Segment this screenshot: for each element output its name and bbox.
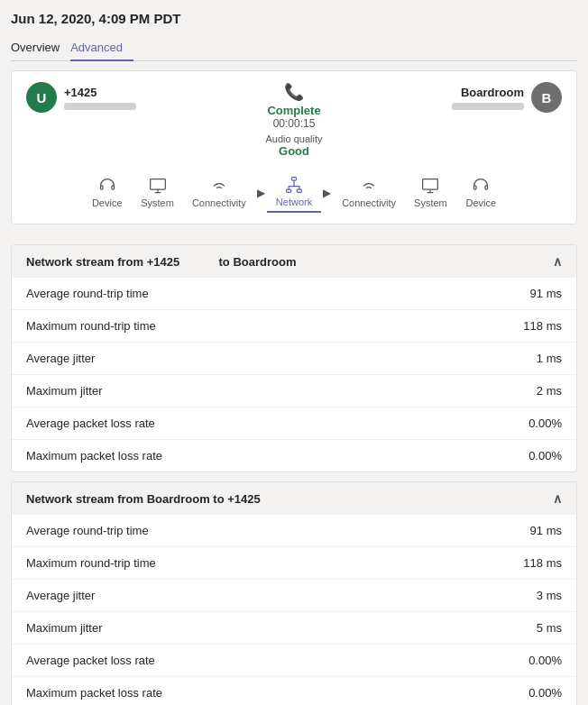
icon-connectivity-right[interactable]: Connectivity (333, 173, 405, 212)
svg-rect-0 (100, 186, 103, 189)
svg-rect-8 (485, 186, 488, 189)
row-label: Average jitter (26, 589, 95, 602)
wifi-icon-right (360, 177, 378, 195)
icon-network-label: Network (276, 197, 312, 207)
row-value: 118 ms (523, 319, 562, 333)
row-value: 0.00% (528, 417, 562, 430)
audio-quality-label: Audio quality (266, 133, 323, 144)
tab-advanced[interactable]: Advanced (70, 35, 133, 61)
icon-system-left-label: System (141, 197, 174, 208)
icon-connectivity-right-label: Connectivity (342, 197, 396, 208)
table-row: Average round-trip time 91 ms (12, 515, 576, 546)
tab-overview[interactable]: Overview (11, 35, 70, 61)
icon-system-right-label: System (414, 197, 447, 208)
row-label: Maximum round-trip time (26, 556, 156, 570)
icon-system-right[interactable]: System (405, 173, 456, 212)
row-value: 118 ms (523, 556, 562, 570)
icon-network[interactable]: Network (267, 172, 321, 213)
icon-system-left[interactable]: System (132, 173, 183, 212)
call-center: 📞 Complete 00:00:15 Audio quality Good (136, 82, 452, 158)
row-value: 5 ms (537, 621, 562, 635)
svg-rect-6 (423, 179, 438, 190)
avatar-right: B (531, 82, 562, 113)
table-row: Average packet loss rate 0.00% (12, 644, 576, 676)
table-row: Maximum packet loss rate 0.00% (12, 676, 576, 705)
row-label: Average jitter (26, 352, 95, 365)
table-row: Average jitter 1 ms (12, 342, 576, 374)
monitor-icon-right (421, 177, 439, 195)
table-row: Maximum round-trip time 118 ms (12, 546, 576, 579)
table-row: Maximum packet loss rate 0.00% (12, 439, 576, 472)
participant-left-info: +1425 (64, 86, 136, 110)
table-row: Average jitter 3 ms (12, 579, 576, 611)
page-wrapper: Jun 12, 2020, 4:09 PM PDT Overview Advan… (0, 0, 588, 705)
row-value: 2 ms (537, 384, 562, 398)
participant-left-phone: +1425 (64, 86, 136, 99)
row-value: 0.00% (528, 686, 562, 700)
svg-rect-4 (287, 189, 291, 192)
stream-title-1: Network stream from +1425 to Boardroom (26, 255, 296, 269)
call-participants: U +1425 📞 Complete 00:00:15 Audio qualit… (26, 82, 562, 158)
network-icon (285, 176, 303, 194)
participant-right-info: Boardroom (452, 86, 524, 110)
arrow-right: ▶ (255, 187, 267, 199)
chevron-up-1[interactable]: ∧ (553, 254, 562, 269)
headset-icon-left (98, 177, 116, 195)
svg-rect-7 (474, 186, 477, 189)
row-label: Maximum packet loss rate (26, 449, 162, 462)
icon-device-right-label: Device (465, 197, 496, 208)
tabs-bar: Overview Advanced (11, 35, 577, 61)
wifi-icon-left (210, 177, 228, 195)
row-label: Average round-trip time (26, 524, 149, 537)
arrow-right-2: ▶ (321, 187, 333, 199)
stream-section-2: Network stream from Boardroom to +1425 ∧… (11, 481, 577, 705)
stream-table-1: Average round-trip time 91 ms Maximum ro… (12, 278, 576, 472)
icon-device-left-label: Device (92, 197, 123, 208)
phone-icon: 📞 (284, 82, 304, 102)
row-value: 3 ms (537, 589, 562, 602)
row-value: 91 ms (530, 287, 562, 300)
svg-rect-5 (297, 189, 301, 192)
row-value: 0.00% (528, 449, 562, 462)
row-label: Maximum packet loss rate (26, 686, 162, 700)
table-row: Maximum round-trip time 118 ms (12, 309, 576, 342)
stream-header-2[interactable]: Network stream from Boardroom to +1425 ∧ (12, 482, 576, 515)
stream-header-1[interactable]: Network stream from +1425 to Boardroom ∧ (12, 245, 576, 278)
timestamp: Jun 12, 2020, 4:09 PM PDT (11, 11, 577, 26)
participant-right-sub (452, 103, 524, 110)
network-icons-bar: Device System Connectivity ▶ (26, 169, 562, 213)
icon-device-right[interactable]: Device (456, 173, 506, 212)
icon-device-left[interactable]: Device (82, 173, 132, 212)
row-value: 0.00% (528, 654, 562, 667)
table-row: Maximum jitter 5 ms (12, 611, 576, 644)
participant-right: B Boardroom (452, 82, 562, 113)
row-label: Average packet loss rate (26, 417, 155, 430)
table-row: Maximum jitter 2 ms (12, 374, 576, 407)
icon-connectivity-left-label: Connectivity (192, 197, 246, 208)
call-status: Complete (267, 104, 320, 117)
participant-left: U +1425 (26, 82, 136, 113)
row-label: Maximum round-trip time (26, 319, 156, 333)
call-card: U +1425 📞 Complete 00:00:15 Audio qualit… (11, 70, 577, 224)
row-label: Average packet loss rate (26, 654, 155, 667)
row-label: Average round-trip time (26, 287, 149, 300)
stream-title-2: Network stream from Boardroom to +1425 (26, 492, 277, 506)
icon-connectivity-left[interactable]: Connectivity (183, 173, 255, 212)
svg-rect-3 (292, 178, 297, 180)
call-duration: 00:00:15 (273, 117, 316, 130)
row-value: 1 ms (537, 352, 562, 365)
chevron-up-2[interactable]: ∧ (553, 491, 562, 506)
avatar-left: U (26, 82, 57, 113)
audio-quality: Good (279, 144, 309, 158)
table-row: Average round-trip time 91 ms (12, 278, 576, 309)
row-label: Maximum jitter (26, 384, 103, 398)
table-row: Average packet loss rate 0.00% (12, 407, 576, 439)
participant-left-sub (64, 103, 136, 110)
row-value: 91 ms (530, 524, 562, 537)
stream-section-1: Network stream from +1425 to Boardroom ∧… (11, 244, 577, 472)
participant-right-name: Boardroom (452, 86, 524, 99)
svg-rect-2 (150, 179, 165, 190)
monitor-icon-left (149, 177, 167, 195)
cursor-area (11, 233, 577, 244)
row-label: Maximum jitter (26, 621, 103, 635)
